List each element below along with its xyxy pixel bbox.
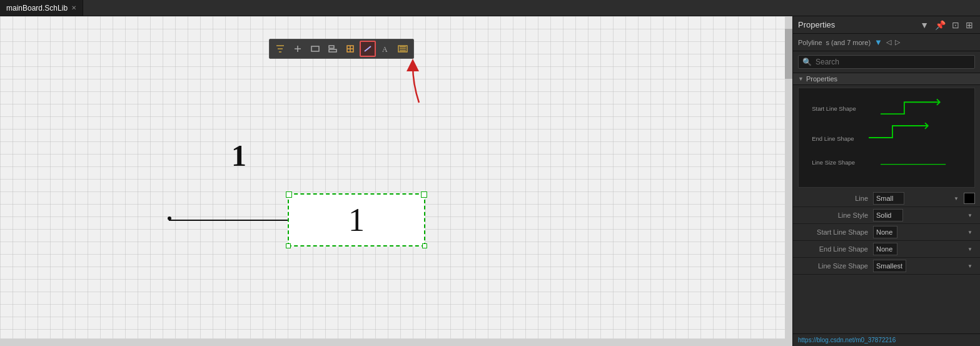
line-color-swatch[interactable] (964, 193, 975, 204)
svg-rect-1 (329, 46, 334, 48)
filter-tool-button[interactable] (272, 41, 288, 57)
vertical-scrollbar[interactable] (785, 16, 792, 346)
start-line-shape-select-wrapper: None Arrow (873, 226, 975, 238)
start-line-shape-label: Start Line Shape (798, 228, 873, 236)
line-prop-row: Line Small Medium Large (793, 190, 980, 207)
line-size-shape-label: Line Size Shape (798, 262, 873, 270)
component-number: 1 (348, 201, 365, 238)
preview-size-label: Line Size Shape (812, 159, 855, 166)
properties-panel: Properties ▼ 📌 ⊡ ⊞ Polyline s (and 7 mor… (792, 16, 980, 346)
add-tool-button[interactable] (290, 41, 306, 57)
line-style-select-wrapper: Solid Dashed Dotted (873, 209, 975, 221)
search-input[interactable] (816, 58, 971, 66)
subtitle-filter-button[interactable]: ▼ (874, 38, 882, 47)
panel-pin-button[interactable]: 📌 (933, 19, 947, 31)
section-label: Properties (806, 75, 837, 83)
tab-label: mainBoard.SchLib (6, 4, 68, 13)
panel-subtitle: Polyline s (and 7 more) ▼ ◁ ▷ (793, 34, 980, 51)
svg-text:A: A (382, 45, 388, 54)
special-tool-button[interactable] (342, 41, 358, 57)
properties-section-header: ▼ Properties (793, 73, 980, 85)
preview-svg: Start Line Shape End Line Shape Line Siz… (804, 93, 969, 182)
component-label: 1 (231, 138, 246, 173)
align-tool-button[interactable] (325, 41, 341, 57)
tab-bar: mainBoard.SchLib ✕ (0, 0, 980, 16)
panel-title: Properties (798, 20, 835, 29)
canvas-area[interactable]: A 1 (0, 16, 792, 346)
line-style-select[interactable]: Solid Dashed Dotted (873, 209, 903, 221)
line-style-control: Solid Dashed Dotted (873, 209, 975, 221)
bus-tool-button[interactable] (395, 41, 411, 57)
horizontal-scrollbar[interactable] (0, 338, 785, 346)
text-tool-button[interactable]: A (377, 41, 393, 57)
panel-expand-button[interactable]: ⊞ (964, 19, 975, 31)
search-icon: 🔍 (802, 58, 812, 66)
floating-toolbar: A (269, 39, 414, 59)
end-line-shape-select-wrapper: None Arrow (873, 243, 975, 255)
corner-handle-bl (286, 243, 291, 248)
corner-handle-br (422, 243, 427, 248)
panel-header: Properties ▼ 📌 ⊡ ⊞ (793, 16, 980, 34)
panel-dropdown-button[interactable]: ▼ (918, 19, 931, 31)
subtitle-chevron-right[interactable]: ▷ (895, 38, 900, 46)
main-tab[interactable]: mainBoard.SchLib ✕ (0, 0, 83, 16)
component-box[interactable]: 1 (288, 193, 425, 247)
line-select[interactable]: Small Medium Large (873, 192, 904, 205)
end-line-shape-row: End Line Shape None Arrow (793, 241, 980, 258)
rect-tool-button[interactable] (307, 41, 323, 57)
arrow-annotation (400, 59, 438, 109)
main-layout: A 1 (0, 16, 980, 346)
line-prop-label: Line (798, 195, 873, 202)
panel-popout-button[interactable]: ⊡ (950, 19, 961, 31)
line-select-wrapper: Small Medium Large (873, 192, 961, 205)
tab-close-button[interactable]: ✕ (71, 4, 76, 11)
start-line-shape-row: Start Line Shape None Arrow (793, 224, 980, 241)
search-box: 🔍 (798, 55, 975, 69)
section-collapse-icon[interactable]: ▼ (798, 76, 804, 82)
subtitle-chevron-left[interactable]: ◁ (886, 38, 891, 46)
start-line-shape-control: None Arrow (873, 226, 975, 238)
scrollbar-thumb-v[interactable] (785, 29, 792, 79)
end-line-shape-control: None Arrow (873, 243, 975, 255)
preview-start-label: Start Line Shape (812, 105, 856, 112)
bottom-link[interactable]: https://blog.csdn.net/m0_37872216 (793, 333, 980, 346)
end-line-shape-label: End Line Shape (798, 245, 873, 253)
line-size-shape-row: Line Size Shape Smallest Small Medium La… (793, 258, 980, 275)
line-size-shape-control: Smallest Small Medium Large (873, 260, 975, 272)
end-line-shape-select[interactable]: None Arrow (873, 243, 897, 255)
line-style-row: Line Style Solid Dashed Dotted (793, 207, 980, 224)
svg-rect-2 (329, 49, 336, 52)
polyline-tool-button[interactable] (360, 41, 376, 57)
panel-header-controls: ▼ 📌 ⊡ ⊞ (918, 19, 975, 31)
svg-rect-0 (311, 46, 319, 51)
line-size-shape-select[interactable]: Smallest Small Medium Large (873, 260, 906, 272)
preview-end-label: End Line Shape (812, 135, 854, 142)
start-line-shape-select[interactable]: None Arrow (873, 226, 897, 238)
line-size-shape-select-wrapper: Smallest Small Medium Large (873, 260, 975, 272)
subtitle-type: Polyline (798, 39, 822, 46)
line-shape-preview: Start Line Shape End Line Shape Line Siz… (798, 88, 975, 188)
line-prop-control: Small Medium Large (873, 192, 975, 205)
line-style-label: Line Style (798, 211, 873, 219)
subtitle-count: s (and 7 more) (826, 39, 871, 46)
